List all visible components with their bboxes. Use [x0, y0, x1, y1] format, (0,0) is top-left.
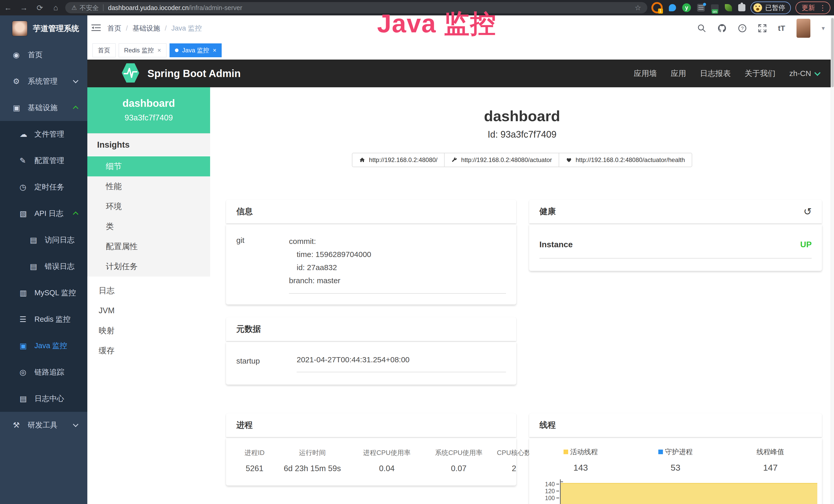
- sidebar-item-log-center[interactable]: ▤ 日志中心: [0, 385, 87, 412]
- address-bar[interactable]: ⚠ 不安全 dashboard.yudao.iocoder.cn /infra/…: [65, 2, 647, 13]
- sidebar-item-label: 定时任务: [35, 182, 64, 192]
- instance-actuator-link[interactable]: http://192.168.0.2:48080/actuator: [444, 153, 559, 167]
- sba-menu-caches[interactable]: 缓存: [87, 341, 210, 361]
- page-scrollbar-thumb[interactable]: [831, 18, 834, 87]
- close-icon[interactable]: ×: [157, 47, 161, 54]
- sidebar-item-redis-monitor[interactable]: ☰ Redis 监控: [0, 306, 87, 333]
- chrome-update-button[interactable]: 更新 ⋮: [795, 2, 830, 14]
- close-icon[interactable]: ×: [213, 47, 216, 54]
- sba-language-value: zh-CN: [789, 69, 811, 78]
- tab-label: 首页: [98, 46, 110, 54]
- sba-nav: 应用墙 应用 日志报表 关于我们 zh-CN: [634, 68, 820, 79]
- reload-button[interactable]: ⟳: [32, 3, 48, 12]
- sba-body: dashboard 93a3fc7f7409 Insights 细节 性能 环境…: [87, 87, 834, 504]
- sba-menu-performance[interactable]: 性能: [87, 176, 210, 197]
- search-icon[interactable]: [697, 24, 706, 32]
- url-path[interactable]: /infra/admin-server: [189, 4, 242, 12]
- dropdown-caret-icon[interactable]: ▾: [822, 25, 825, 32]
- tab-redis-monitor[interactable]: Redis 监控 ×: [119, 43, 167, 57]
- extension-switch-icon[interactable]: on: [711, 4, 719, 11]
- security-label[interactable]: 不安全: [80, 4, 99, 12]
- puzzle-extensions-icon[interactable]: [738, 4, 745, 11]
- tab-java-monitor[interactable]: Java 监控 ×: [170, 43, 222, 57]
- instance-actuator-url: http://192.168.0.2:48080/actuator: [461, 156, 552, 164]
- sba-nav-about[interactable]: 关于我们: [745, 68, 775, 79]
- breadcrumb-home[interactable]: 首页: [107, 24, 121, 33]
- sidebar-item-trace[interactable]: ◎ 链路追踪: [0, 359, 87, 385]
- sba-menu-environment[interactable]: 环境: [87, 197, 210, 216]
- sidebar-item-scheduled-jobs[interactable]: ◷ 定时任务: [0, 174, 87, 200]
- stat-label: 线程峰值: [756, 447, 784, 457]
- url-host[interactable]: dashboard.yudao.iocoder.cn: [108, 4, 189, 12]
- sba-menu-mappings[interactable]: 映射: [87, 321, 210, 341]
- browser-menu-icon[interactable]: ⋮: [819, 4, 826, 12]
- sba-logo-icon[interactable]: [121, 63, 140, 84]
- home-button[interactable]: ⌂: [48, 3, 64, 12]
- extension-y-icon[interactable]: y: [682, 3, 691, 12]
- tab-home[interactable]: 首页: [92, 43, 115, 57]
- sidebar-item-config-mgmt[interactable]: ✎ 配置管理: [0, 147, 87, 174]
- sidebar-item-java-monitor[interactable]: ▣ Java 监控: [0, 333, 87, 359]
- back-button[interactable]: ←: [0, 3, 16, 12]
- sba-nav-journal[interactable]: 日志报表: [700, 68, 731, 79]
- sidebar-fold-icon[interactable]: [91, 24, 101, 32]
- sidebar-item-mysql-monitor[interactable]: ▥ MySQL 监控: [0, 280, 87, 306]
- sidebar-menu: ◉ 首页 ⚙ 系统管理 ▣ 基础设施 ☁ 文件管理: [0, 42, 87, 438]
- process-table-header: 进程ID 运行时间 进程CPU使用率 系统CPU使用率 CPU核心数: [235, 448, 507, 457]
- git-branch-line: branch: master: [289, 274, 506, 287]
- instance-home-link[interactable]: http://192.168.0.2:48080/: [352, 153, 445, 167]
- sba-menu-logs[interactable]: 日志: [87, 281, 210, 301]
- history-icon[interactable]: ↺: [804, 207, 812, 216]
- github-icon[interactable]: [717, 24, 727, 33]
- health-card-title: 健康: [540, 206, 556, 217]
- extension-on-badge: on: [712, 9, 718, 14]
- sba-menu-config-props[interactable]: 配置属性: [87, 236, 210, 256]
- sba-header: Spring Boot Admin 应用墙 应用 日志报表 关于我们 zh-CN: [87, 60, 834, 87]
- sba-brand[interactable]: Spring Boot Admin: [148, 68, 241, 79]
- sidebar-item-system-mgmt[interactable]: ⚙ 系统管理: [0, 68, 87, 94]
- extension-orange-icon[interactable]: 1: [651, 2, 663, 13]
- paused-extension-badge[interactable]: 已暂停: [750, 2, 791, 14]
- sidebar-item-access-logs[interactable]: ▤ 访问日志: [0, 227, 87, 253]
- sba-nav-applications[interactable]: 应用: [671, 68, 686, 79]
- sidebar-item-home[interactable]: ◉ 首页: [0, 42, 87, 68]
- sba-menu-classes[interactable]: 类: [87, 216, 210, 236]
- warning-icon: ⚠: [71, 4, 77, 11]
- api-log-icon: ▧: [20, 209, 31, 218]
- metadata-value: 2021-04-27T00:44:31.254+08:00: [297, 356, 506, 372]
- instance-header[interactable]: dashboard 93a3fc7f7409: [87, 87, 210, 133]
- sidebar-item-label: 首页: [28, 50, 43, 60]
- ytick-140: 140: [545, 481, 555, 488]
- sidebar-item-dev-tools[interactable]: ⚒ 研发工具: [0, 412, 87, 438]
- sba-menu-details[interactable]: 细节: [87, 156, 210, 176]
- fullscreen-icon[interactable]: [758, 24, 767, 32]
- sidebar-item-label: MySQL 监控: [35, 288, 76, 298]
- help-icon[interactable]: ?: [738, 24, 747, 32]
- sidebar-item-api-logs[interactable]: ▧ API 日志: [0, 200, 87, 227]
- col-uptime: 运行时间: [274, 448, 351, 457]
- threads-chart: 140 120 100: [529, 479, 822, 504]
- sba-nav-wallboard[interactable]: 应用墙: [634, 68, 657, 79]
- extensions-area: 1 y on: [651, 2, 745, 13]
- sidebar-item-error-logs[interactable]: ▤ 错误日志: [0, 253, 87, 280]
- font-size-icon[interactable]: tT: [778, 24, 785, 32]
- bookmark-star-icon[interactable]: ☆: [635, 4, 641, 12]
- extension-grid-icon[interactable]: [697, 4, 705, 12]
- extension-pin-icon[interactable]: [669, 4, 676, 11]
- avatar[interactable]: [796, 19, 810, 38]
- extension-grid-dot: [703, 3, 706, 6]
- sidebar-item-file-mgmt[interactable]: ☁ 文件管理: [0, 121, 87, 147]
- extension-leaf-icon[interactable]: [725, 4, 732, 11]
- forward-button[interactable]: →: [16, 3, 32, 12]
- sba-language-select[interactable]: zh-CN: [789, 69, 820, 78]
- sba-menu-scheduled-tasks[interactable]: 计划任务: [87, 256, 210, 276]
- sidebar-item-infrastructure[interactable]: ▣ 基础设施: [0, 94, 87, 121]
- chevron-down-icon: [73, 78, 78, 83]
- health-row-instance: Instance UP: [540, 224, 812, 258]
- sba-menu-jvm[interactable]: JVM: [87, 301, 210, 321]
- instance-health-link[interactable]: http://192.168.0.2:48080/actuator/health: [559, 153, 692, 167]
- breadcrumb-infrastructure[interactable]: 基础设施: [133, 24, 160, 33]
- pid-value: 5261: [235, 464, 274, 473]
- stat-daemon-threads: 守护进程 53: [628, 447, 723, 473]
- app-logo[interactable]: 芋道管理系统: [0, 16, 87, 42]
